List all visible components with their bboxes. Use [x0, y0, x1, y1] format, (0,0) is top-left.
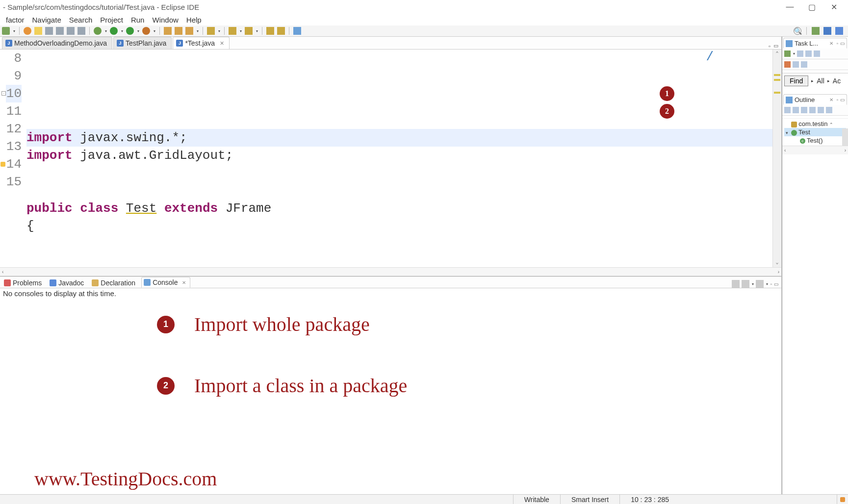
- maximize-view-icon[interactable]: ▭: [840, 41, 845, 46]
- new-class-icon[interactable]: [175, 27, 182, 35]
- run-dropdown-icon[interactable]: ▾: [121, 29, 123, 33]
- categorize-icon[interactable]: [797, 50, 803, 57]
- tab-testplan[interactable]: J TestPlan.java: [113, 37, 172, 49]
- run-icon[interactable]: [110, 27, 118, 35]
- dropdown-icon[interactable]: ▾: [256, 29, 258, 33]
- minimize-button[interactable]: —: [779, 0, 801, 14]
- close-view-icon[interactable]: ✕: [829, 41, 833, 46]
- toolbar-icon[interactable]: [45, 27, 53, 35]
- vertical-scrollbar[interactable]: ⌃ ⌄: [772, 50, 781, 267]
- tab-console[interactable]: Console ✕: [141, 277, 190, 288]
- task-icon[interactable]: [793, 61, 799, 68]
- outline-horizontal-scrollbar[interactable]: ‹ ›: [782, 146, 848, 154]
- external-dropdown-icon[interactable]: ▾: [154, 29, 155, 33]
- code-line[interactable]: import javax.swing.*;: [26, 129, 772, 147]
- debug-icon[interactable]: [94, 27, 102, 35]
- close-tab-icon[interactable]: ✕: [220, 40, 224, 47]
- fold-marker-icon[interactable]: -: [1, 91, 6, 96]
- hide-nonpublic-icon[interactable]: [809, 107, 816, 113]
- dropdown-icon[interactable]: ▾: [793, 51, 795, 56]
- warning-marker-icon[interactable]: [0, 162, 5, 167]
- overview-marker[interactable]: [774, 92, 780, 94]
- dropdown-icon[interactable]: ▾: [197, 29, 199, 33]
- maximize-view-icon[interactable]: ▭: [774, 281, 778, 287]
- minimize-view-icon[interactable]: ▫: [836, 97, 838, 102]
- dropdown-icon[interactable]: ▾: [240, 29, 242, 33]
- link-editor-icon[interactable]: [826, 107, 832, 113]
- outline-title[interactable]: Outline ✕ ▫ ▭: [783, 94, 847, 105]
- scroll-left-arrow-icon[interactable]: ‹: [784, 148, 786, 153]
- tab-javadoc[interactable]: Javadoc: [48, 278, 88, 288]
- tab-test[interactable]: J *Test.java ✕: [173, 37, 230, 49]
- minimize-view-icon[interactable]: ▫: [769, 43, 771, 49]
- outline-tree[interactable]: com.testin ⌃ ▾ Test c Test(): [782, 119, 848, 146]
- code-line[interactable]: public class Test extends JFrame: [26, 200, 772, 217]
- code-line[interactable]: [26, 182, 772, 200]
- tree-twisty-expanded[interactable]: ▾: [784, 130, 789, 135]
- external-tools-icon[interactable]: [142, 27, 150, 35]
- scroll-left-arrow-icon[interactable]: ‹: [2, 269, 3, 275]
- outline-item-package[interactable]: com.testin ⌃: [784, 120, 846, 128]
- tab-methodoverloading[interactable]: J MethodOverloadingDemo.java: [2, 37, 112, 49]
- pin-icon[interactable]: [293, 27, 301, 35]
- highlight-icon[interactable]: [34, 27, 42, 35]
- tab-problems[interactable]: Problems: [2, 278, 46, 288]
- scroll-up-arrow-icon[interactable]: ⌃: [773, 50, 781, 58]
- search-global-icon[interactable]: 🔍: [794, 27, 801, 35]
- status-notification-icon[interactable]: [840, 497, 845, 502]
- outline-item-constructor[interactable]: c Test(): [784, 136, 846, 145]
- filter-all-link[interactable]: All: [817, 77, 824, 85]
- dropdown-icon[interactable]: ▾: [766, 282, 768, 286]
- task-icon[interactable]: [784, 61, 791, 68]
- hide-static-icon[interactable]: [801, 107, 807, 113]
- new-dropdown-icon[interactable]: ▾: [13, 29, 15, 33]
- scroll-down-arrow-icon[interactable]: ⌄: [773, 258, 781, 267]
- java-perspective-icon[interactable]: [823, 27, 831, 35]
- next-icon[interactable]: [277, 27, 285, 35]
- minimize-view-icon[interactable]: ▫: [770, 281, 772, 287]
- new-task-icon[interactable]: [784, 50, 791, 57]
- menu-navigate[interactable]: Navigate: [28, 15, 65, 25]
- hide-local-icon[interactable]: [818, 107, 824, 113]
- focus-icon[interactable]: [814, 50, 820, 57]
- editor-body[interactable]: - 89101112131415 / import javax.swing.*;…: [0, 50, 781, 267]
- display-console-icon[interactable]: [742, 280, 749, 288]
- dropdown-icon[interactable]: ▾: [752, 282, 754, 286]
- scroll-right-arrow-icon[interactable]: ›: [778, 269, 779, 275]
- coverage-dropdown-icon[interactable]: ▾: [137, 29, 139, 33]
- close-tab-icon[interactable]: ✕: [182, 280, 186, 285]
- code-line[interactable]: {: [26, 217, 772, 235]
- scroll-right-arrow-icon[interactable]: ›: [845, 148, 846, 153]
- scroll-up-arrow-icon[interactable]: ⌃: [829, 122, 833, 127]
- menu-run[interactable]: Run: [127, 15, 149, 25]
- code-area[interactable]: / import javax.swing.*;import java.awt.G…: [25, 50, 772, 267]
- new-icon[interactable]: [2, 27, 10, 35]
- menu-help[interactable]: Help: [182, 15, 206, 25]
- debug-perspective-icon[interactable]: [835, 27, 843, 35]
- pin-console-icon[interactable]: [732, 280, 740, 288]
- outline-scrollbar-thumb[interactable]: [842, 128, 848, 146]
- overview-marker[interactable]: [774, 74, 780, 76]
- toolbar-icon[interactable]: [77, 27, 85, 35]
- task-icon[interactable]: [801, 61, 807, 68]
- find-button[interactable]: Find: [784, 76, 808, 86]
- open-console-icon[interactable]: [756, 280, 764, 288]
- sort-icon[interactable]: [784, 107, 791, 113]
- minimize-view-icon[interactable]: ▫: [836, 41, 838, 46]
- dropdown-icon[interactable]: ▾: [218, 29, 220, 33]
- nav-back-icon[interactable]: [229, 27, 236, 35]
- code-line[interactable]: [26, 164, 772, 182]
- nav-fwd-icon[interactable]: [245, 27, 253, 35]
- hide-fields-icon[interactable]: [793, 107, 799, 113]
- maximize-view-icon[interactable]: ▭: [773, 43, 778, 49]
- horizontal-scrollbar[interactable]: ‹ ›: [0, 267, 781, 276]
- close-view-icon[interactable]: ✕: [829, 97, 833, 102]
- tab-declaration[interactable]: Declaration: [90, 278, 139, 288]
- breakpoint-icon[interactable]: [24, 27, 31, 35]
- menu-project[interactable]: Project: [96, 15, 127, 25]
- prev-icon[interactable]: [266, 27, 274, 35]
- toolbar-icon[interactable]: [67, 27, 75, 35]
- close-button[interactable]: ✕: [823, 0, 845, 14]
- outline-item-class[interactable]: ▾ Test: [784, 128, 846, 136]
- toolbar-icon[interactable]: [185, 27, 193, 35]
